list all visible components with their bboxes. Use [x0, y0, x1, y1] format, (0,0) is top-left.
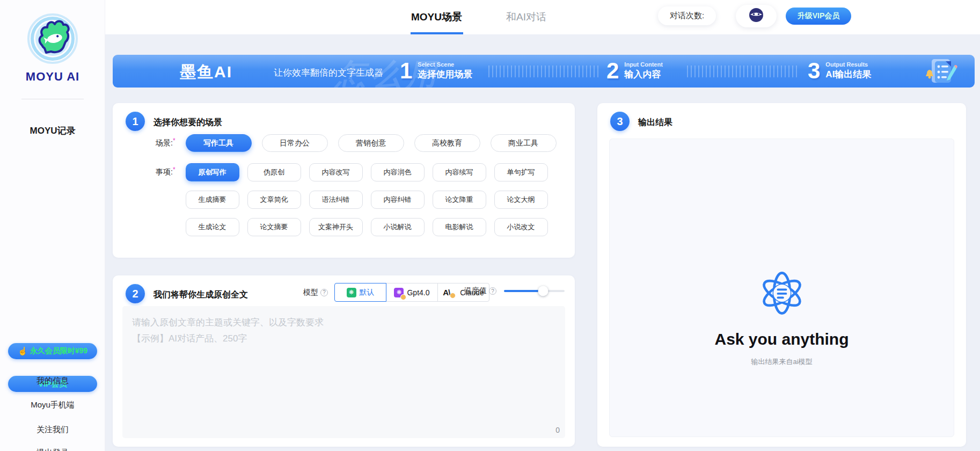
tab-ai-chat[interactable]: 和AI对话 [506, 0, 546, 34]
task-generate-summary[interactable]: 生成摘要 [186, 191, 239, 209]
task-thesis-dedup[interactable]: 论文降重 [433, 191, 486, 209]
task-field-label: 事项:* [156, 168, 175, 177]
lifetime-membership-label: 永久会员限时¥99 [30, 346, 87, 356]
input-panel-title: 我们将帮你生成原创全文 [153, 289, 248, 301]
atom-icon [757, 311, 807, 320]
sidebar-item-moyu-mobile[interactable]: Moyu手机端 [0, 400, 105, 410]
model-default-button[interactable]: ❋ 默认 [334, 283, 386, 302]
input-placeholder-line1: 请输入原创文章的主题或关键字、以及字数要求 [132, 315, 555, 331]
step-1-number: 1 [400, 58, 412, 84]
how-to-banner: 怎么用 墨鱼AI 让你效率翻倍的文字生成器 1 Select Scene 选择使… [113, 55, 975, 88]
task-novel-rewrite[interactable]: 小说改文 [494, 218, 548, 236]
scene-row: 场景:* 写作工具 日常办公 营销创意 高校教育 商业工具 [156, 134, 557, 152]
temperature-row: 温度值 ? [464, 286, 565, 296]
lock-badge-icon [450, 293, 456, 299]
output-result-box: Ask you anything 输出结果来自ai模型 [609, 139, 954, 437]
sidebar-item-my-info[interactable]: 我的信息 [0, 376, 105, 386]
gpt4-model-icon: ❋ [394, 288, 404, 297]
empty-state-subtitle: 输出结果来自ai模型 [610, 357, 954, 367]
required-asterisk: * [173, 166, 175, 173]
model-gpt4-button[interactable]: ❋ Gpt4.0 [386, 283, 438, 302]
sidebar-item-logout[interactable]: 退出登录 [0, 448, 105, 451]
slider-fill [504, 290, 543, 292]
top-header: MOYU场景 和AI对话 对话次数: 升级VIP会员 [105, 0, 980, 34]
scene-business-tools[interactable]: 商业工具 [491, 134, 557, 152]
task-original-writing[interactable]: 原创写作 [186, 163, 239, 181]
task-sentence-expand[interactable]: 单句扩写 [494, 163, 548, 181]
scene-panel-title: 选择你想要的场景 [153, 117, 222, 128]
task-pseudo-original[interactable]: 伪原创 [247, 163, 301, 181]
task-content-fix[interactable]: 内容纠错 [371, 191, 425, 209]
required-asterisk: * [173, 137, 175, 144]
temperature-slider[interactable] [504, 290, 565, 292]
input-placeholder-line2: 【示例】AI对话产品、250字 [132, 331, 555, 347]
banner-brand: 墨鱼AI [180, 61, 232, 83]
sidebar-item-follow-us[interactable]: 关注我们 [0, 425, 105, 435]
empty-state-title: Ask you anything [610, 330, 954, 348]
input-panel: 2 我们将帮你生成原创全文 模型 ? ❋ 默认 ❋ Gpt4.0 A\ [113, 275, 575, 447]
output-panel: 3 输出结果 [597, 103, 966, 447]
task-content-rewrite[interactable]: 内容改写 [309, 163, 363, 181]
model-label: 模型 [303, 288, 318, 297]
scene-selection-panel: 1 选择你想要的场景 场景:* 写作工具 日常办公 营销创意 高校教育 商业工具… [113, 103, 575, 258]
brand-name: MOYU AI [0, 70, 105, 84]
step-2-en: Input Content [624, 61, 662, 68]
output-empty-state: Ask you anything 输出结果来自ai模型 [610, 268, 954, 367]
task-movie-commentary[interactable]: 电影解说 [433, 218, 486, 236]
step-1-zh: 选择使用场景 [418, 68, 472, 81]
lifetime-membership-button[interactable]: ☝ 永久会员限时¥99 [8, 343, 97, 359]
step-2-number: 2 [606, 58, 619, 84]
step-connector [488, 66, 598, 77]
step-3-zh: AI输出结果 [825, 68, 871, 81]
task-novel-commentary[interactable]: 小说解说 [371, 218, 425, 236]
main-content: 怎么用 墨鱼AI 让你效率翻倍的文字生成器 1 Select Scene 选择使… [105, 34, 980, 451]
lock-badge-icon [400, 294, 406, 300]
task-grid: 事项:* 原创写作 伪原创 内容改写 内容润色 内容续写 单句扩写 生成摘要 文… [156, 163, 548, 236]
scene-marketing[interactable]: 营销创意 [338, 134, 404, 152]
default-model-icon: ❋ [347, 288, 356, 297]
sidebar-item-moyu-records[interactable]: MOYU记录 [0, 125, 105, 137]
slider-thumb[interactable] [538, 286, 548, 296]
task-copy-opening[interactable]: 文案神开头 [309, 218, 363, 236]
sidebar: MOYU AI MOYU记录 ☝ 永久会员限时¥99 VIP会员 我的信息 Mo… [0, 0, 105, 451]
avatar-button[interactable] [736, 5, 777, 27]
step-badge-1: 1 [126, 112, 145, 131]
document-pencil-illustration-icon [922, 57, 961, 88]
task-article-simplify[interactable]: 文章简化 [247, 191, 301, 209]
temperature-label: 温度值 [464, 286, 487, 296]
banner-step-3: 3 Output Results AI输出结果 [808, 58, 871, 84]
step-3-en: Output Results [825, 61, 871, 68]
task-content-continue[interactable]: 内容续写 [433, 163, 486, 181]
task-generate-thesis[interactable]: 生成论文 [186, 218, 239, 236]
scene-daily-office[interactable]: 日常办公 [262, 134, 328, 152]
moyu-logo-icon [27, 57, 78, 66]
step-connector [687, 66, 800, 77]
output-panel-title: 输出结果 [638, 117, 672, 128]
step-badge-2: 2 [126, 284, 145, 303]
temperature-help-icon[interactable]: ? [489, 287, 496, 295]
task-thesis-abstract[interactable]: 论文摘要 [247, 218, 301, 236]
step-3-number: 3 [808, 58, 820, 84]
task-thesis-outline[interactable]: 论文大纲 [494, 191, 548, 209]
sidebar-divider [21, 99, 84, 99]
char-count: 0 [555, 426, 560, 434]
task-grammar-fix[interactable]: 语法纠错 [309, 191, 363, 209]
avatar-face-icon [748, 7, 764, 25]
header-tabs: MOYU场景 和AI对话 [411, 0, 546, 34]
banner-slogan: 让你效率翻倍的文字生成器 [274, 67, 383, 79]
scene-writing-tools[interactable]: 写作工具 [186, 134, 252, 152]
topic-input[interactable]: 请输入原创文章的主题或关键字、以及字数要求 【示例】AI对话产品、250字 [122, 306, 565, 438]
app-window: MOYU AI MOYU记录 ☝ 永久会员限时¥99 VIP会员 我的信息 Mo… [0, 0, 980, 451]
pointing-hand-icon: ☝ [18, 346, 28, 356]
chat-count-pill: 对话次数: [658, 6, 716, 25]
model-help-icon[interactable]: ? [320, 289, 328, 296]
logo-block: MOYU AI [0, 13, 105, 84]
claude-model-icon: A\ [443, 288, 450, 297]
model-row: 模型 ? ❋ 默认 ❋ Gpt4.0 A\ Claude [303, 283, 489, 302]
step-2-zh: 输入内容 [624, 68, 662, 81]
step-badge-3: 3 [610, 112, 630, 131]
upgrade-vip-button[interactable]: 升级VIP会员 [786, 8, 851, 25]
task-content-polish[interactable]: 内容润色 [371, 163, 425, 181]
scene-education[interactable]: 高校教育 [414, 134, 480, 152]
tab-moyu-scenes[interactable]: MOYU场景 [411, 0, 462, 34]
